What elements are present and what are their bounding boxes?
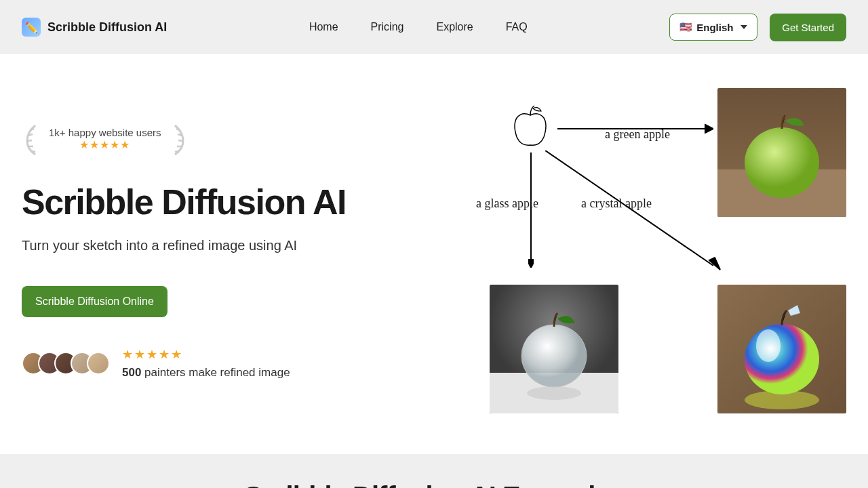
label-green-apple: a green apple xyxy=(605,127,670,142)
globe-icon: 🇺🇸 xyxy=(679,21,692,33)
trust-badge: 1k+ happy website users ★★★★★ xyxy=(22,122,401,156)
hero-section: 1k+ happy website users ★★★★★ Scribble D… xyxy=(0,54,868,454)
svg-point-16 xyxy=(756,329,781,362)
site-header: ✏️ Scribble Diffusion AI Home Pricing Ex… xyxy=(0,0,868,54)
avatar xyxy=(87,352,110,375)
avatar-stack xyxy=(22,352,110,375)
generated-green-apple xyxy=(717,88,846,217)
social-proof: ★★★★★ 500 painters make refined image xyxy=(22,347,401,380)
svg-point-12 xyxy=(527,386,581,400)
hero-title: Scribble Diffusion AI xyxy=(22,183,401,222)
language-selector[interactable]: 🇺🇸 English xyxy=(669,14,757,41)
generated-glass-apple xyxy=(490,285,618,413)
main-nav: Home Pricing Explore FAQ xyxy=(309,21,528,33)
brand-name: Scribble Diffusion AI xyxy=(47,20,167,35)
badge-text: 1k+ happy website users xyxy=(49,127,161,138)
chevron-down-icon xyxy=(741,25,747,29)
cta-button[interactable]: Scribble Diffusion Online xyxy=(22,286,167,317)
header-actions: 🇺🇸 English Get Started xyxy=(669,14,846,41)
nav-explore[interactable]: Explore xyxy=(436,21,473,33)
label-crystal-apple: a crystal apple xyxy=(581,197,652,211)
laurel-left-icon xyxy=(22,122,42,156)
label-glass-apple: a glass apple xyxy=(476,197,538,211)
nav-faq[interactable]: FAQ xyxy=(506,21,528,33)
brand[interactable]: ✏️ Scribble Diffusion AI xyxy=(22,18,167,37)
nav-pricing[interactable]: Pricing xyxy=(371,21,404,33)
social-stars: ★★★★★ xyxy=(122,347,290,362)
examples-section: Scribble Diffusion AI Examples xyxy=(0,454,868,488)
svg-marker-3 xyxy=(528,260,534,268)
svg-point-11 xyxy=(521,325,587,387)
hero-copy: 1k+ happy website users ★★★★★ Scribble D… xyxy=(22,88,401,413)
language-label: English xyxy=(696,22,733,33)
sketch-apple-icon xyxy=(510,102,551,149)
examples-heading: Scribble Diffusion AI Examples xyxy=(0,481,868,488)
get-started-button[interactable]: Get Started xyxy=(770,14,846,41)
svg-point-15 xyxy=(745,324,819,394)
generated-crystal-apple xyxy=(717,285,846,413)
svg-marker-1 xyxy=(705,125,713,133)
badge-stars: ★★★★★ xyxy=(49,138,161,151)
social-text: 500 painters make refined image xyxy=(122,366,290,380)
laurel-right-icon xyxy=(168,122,189,156)
hero-illustration: aptniatps a green apple a glass apple a … xyxy=(429,88,846,413)
hero-subtitle: Turn your sketch into a refined image us… xyxy=(22,238,401,253)
svg-point-8 xyxy=(745,127,819,198)
logo-icon: ✏️ xyxy=(22,18,41,37)
nav-home[interactable]: Home xyxy=(309,21,338,33)
